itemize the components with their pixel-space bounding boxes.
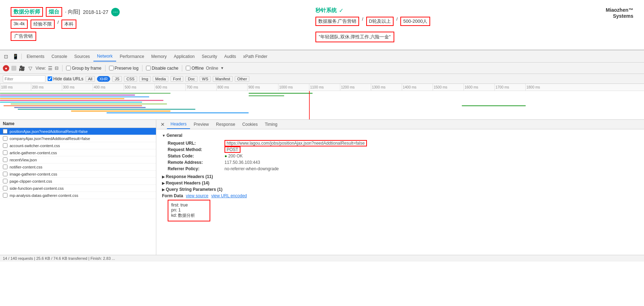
file-checkbox-1[interactable] [3,136,7,141]
file-item-4[interactable]: recentView.json [0,156,156,163]
referrer-policy-value: no-referrer-when-downgrade [224,166,279,171]
tab-sources[interactable]: Sources [71,52,93,61]
filter-other[interactable]: Other [235,76,250,82]
waterfall-bar-long [249,93,313,94]
disable-cache-checkbox[interactable] [146,66,151,70]
filter-ws[interactable]: WS [200,76,211,82]
filter-font[interactable]: Font [171,76,183,82]
preserve-log-checkbox[interactable] [109,66,114,70]
detail-tab-timing[interactable]: Timing [261,120,281,129]
filter-css[interactable]: CSS [124,76,137,82]
filter-js[interactable]: JS [112,76,122,82]
tab-audits[interactable]: Audits [221,52,239,61]
online-label: Online [206,66,218,71]
file-item-3[interactable]: article-gatherer-content.css [0,149,156,156]
file-checkbox-9[interactable] [3,193,7,198]
filter-manifest[interactable]: Manifest [213,76,233,82]
form-kd-value: 数据分析 [178,213,195,218]
file-item-9[interactable]: mp-analysis-datas-gatherer-content.css [0,192,156,199]
filter-img[interactable]: Img [139,76,151,82]
group-by-frame-label[interactable]: Group by frame [66,66,101,71]
file-item-5[interactable]: notifier-content.css [0,163,156,171]
waterfall-bar [18,109,195,110]
tab-elements[interactable]: Elements [23,52,48,61]
general-section-title[interactable]: General [162,133,638,138]
file-list-panel[interactable]: Name positionAjax.json?needAddtionalResu… [0,120,156,255]
tick-1700ms: 1700 ms [494,84,525,91]
more-options-button[interactable]: ··· [111,8,120,16]
stop-button[interactable] [11,66,16,71]
waterfall-bar [4,105,142,106]
select-element-icon[interactable]: ⊡ [1,52,11,61]
tab-network[interactable]: Network [93,52,116,61]
filter-icon[interactable]: ▽ [27,65,33,71]
query-string-title[interactable]: Query String Parameters (1) [162,187,638,192]
view-source-link[interactable]: view source [186,193,208,198]
status-dot: ● [224,154,227,159]
file-checkbox-7[interactable] [3,179,7,183]
file-item-0[interactable]: positionAjax.json?needAddtionalResult=fa… [0,128,156,135]
file-item-8[interactable]: side-function-panel-content.css [0,185,156,192]
company-name[interactable]: 秒针系统 [315,7,337,14]
waterfall-bar [71,111,171,112]
waterfall-container[interactable] [0,91,644,119]
file-list-header: Name [0,120,156,128]
hide-data-urls-checkbox[interactable] [48,76,52,81]
screenshot-button[interactable]: 🎥 [18,65,25,71]
tab-security[interactable]: Security [198,52,221,61]
filter-xhr[interactable]: XHR [97,76,110,82]
online-dropdown[interactable]: ▼ [220,66,224,70]
detail-tab-headers[interactable]: Headers [167,120,190,129]
form-first-key: first: [171,203,179,208]
file-checkbox-5[interactable] [3,165,7,169]
detail-tab-response[interactable]: Response [212,120,239,129]
request-headers-title[interactable]: Request Headers (14) [162,181,638,186]
file-checkbox-8[interactable] [3,186,7,190]
detail-tab-preview[interactable]: Preview [190,120,212,129]
device-toolbar-icon[interactable]: 📱 [11,52,20,61]
hide-data-urls-label[interactable]: Hide data URLs [48,76,83,81]
file-checkbox-0[interactable] [3,129,7,134]
filter-media[interactable]: Media [153,76,168,82]
filter-all[interactable]: All [86,76,95,82]
divider [62,65,63,71]
request-headers-section: Request Headers (14) [162,181,638,186]
form-data-box: first: true pn: 1 kd: 数据分析 [168,200,210,221]
record-button[interactable]: ● [3,65,9,71]
tick-1100ms: 1100 ms [309,84,340,91]
tab-xpath-finder[interactable]: xPath Finder [240,52,271,61]
waterfall-bar [107,112,249,113]
disable-cache-label[interactable]: Disable cache [146,66,178,71]
file-item-2[interactable]: account-switcher-content.css [0,142,156,149]
file-checkbox-2[interactable] [3,143,7,148]
response-headers-title[interactable]: Response Headers (11) [162,174,638,179]
offline-label[interactable]: Offline [186,66,204,71]
tick-1400ms: 1400 ms [402,84,433,91]
offline-checkbox[interactable] [186,66,190,70]
timeline-area: 100 ms 200 ms 300 ms 400 ms 500 ms 600 m… [0,84,644,120]
request-url-box[interactable]: https://www.lagou.com/jobs/positionAjax.… [224,140,367,146]
form-pn-row: pn: 1 [171,208,207,213]
job-left: 数据分析师 烟台 · 向阳] 2018-11-27 ··· 3k-4k 经验不限… [11,7,301,41]
list-view-icon[interactable]: ☰ [48,65,53,71]
tab-console[interactable]: Console [48,52,71,61]
tab-application[interactable]: Application [170,52,198,61]
preserve-log-label[interactable]: Preserve log [109,66,139,71]
tab-performance[interactable]: Performance [116,52,148,61]
file-item-7[interactable]: page-clipper-content.css [0,178,156,185]
grid-view-icon[interactable]: ⊟ [55,65,59,71]
file-checkbox-3[interactable] [3,150,7,155]
detail-tab-cookies[interactable]: Cookies [239,120,261,129]
group-by-frame-checkbox[interactable] [66,66,71,70]
filter-doc[interactable]: Doc [185,76,197,82]
remote-address-value: 117.50.36.103:443 [224,160,260,165]
tab-memory[interactable]: Memory [148,52,170,61]
file-checkbox-6[interactable] [3,172,7,176]
file-item-1[interactable]: companyAjax.json?needAddtionalResult=fal… [0,135,156,142]
view-url-encoded-link[interactable]: view URL encoded [211,193,247,198]
file-checkbox-4[interactable] [3,157,7,162]
status-code-value: ● 200 OK [224,154,243,159]
filter-input[interactable] [3,75,45,82]
file-item-6[interactable]: image-gatherer-content.css [0,171,156,178]
close-details-button[interactable]: ✕ [159,120,167,129]
